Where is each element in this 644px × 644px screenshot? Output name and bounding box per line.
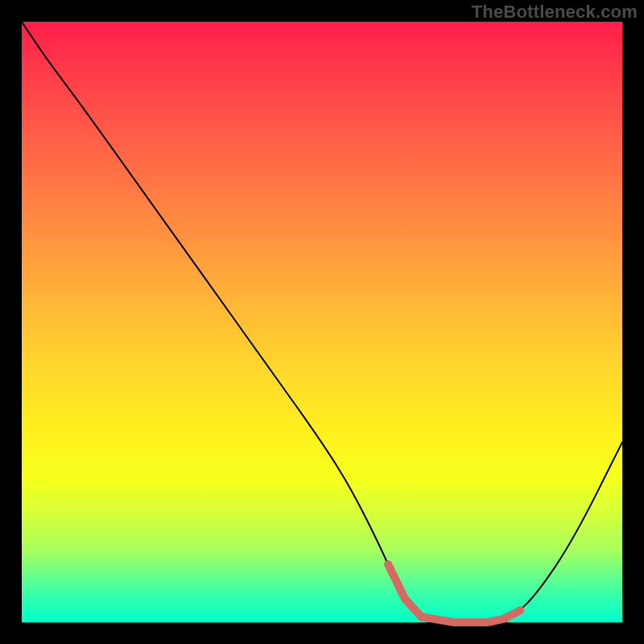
watermark-text: TheBottleneck.com [472,2,638,23]
chart-frame: TheBottleneck.com [0,0,644,644]
plot-area [22,22,622,622]
bottleneck-curve [22,22,622,622]
optimal-highlight [388,564,520,622]
curve-svg [22,22,622,622]
